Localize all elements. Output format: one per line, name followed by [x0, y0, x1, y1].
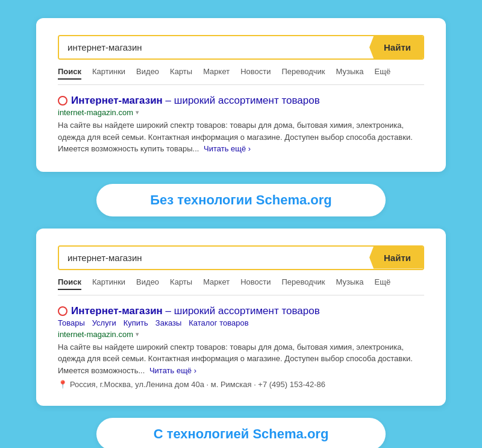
- sitelink-tovary[interactable]: Товары: [58, 318, 85, 327]
- tab-maps-1[interactable]: Карты: [170, 67, 192, 80]
- tab-news-1[interactable]: Новости: [240, 67, 271, 80]
- label-without-schema: Без технологии Schema.org: [96, 184, 386, 216]
- card-without-schema: Найти Поиск Картинки Видео Карты Маркет …: [36, 18, 446, 172]
- card-with-schema: Найти Поиск Картинки Видео Карты Маркет …: [36, 229, 446, 406]
- sitelink-zakazy[interactable]: Заказы: [155, 318, 181, 327]
- tab-translate-1[interactable]: Переводчик: [282, 67, 325, 80]
- result-title-suffix-1: – широкий ассортимент товаров: [163, 95, 320, 106]
- tab-video-1[interactable]: Видео: [136, 67, 159, 80]
- url-arrow-1[interactable]: ▾: [136, 109, 139, 116]
- tab-images-1[interactable]: Картинки: [92, 67, 125, 80]
- tab-images-2[interactable]: Картинки: [92, 277, 125, 290]
- result-desc-2: На сайте вы найдете широкий спектр товар…: [58, 341, 424, 377]
- tab-search-1[interactable]: Поиск: [58, 67, 81, 80]
- result-desc-1: На сайте вы найдете широкий спектр товар…: [58, 119, 424, 155]
- result-title-2[interactable]: Интернет-магазин – широкий ассортимент т…: [71, 305, 320, 317]
- url-arrow-2[interactable]: ▾: [136, 330, 139, 338]
- tab-more-1[interactable]: Ещё: [375, 67, 391, 80]
- tab-maps-2[interactable]: Карты: [170, 277, 192, 290]
- result-url-2[interactable]: internet-magazin.com: [58, 330, 133, 339]
- sitelink-uslugi[interactable]: Услуги: [92, 318, 116, 327]
- result-address-text: Россия, г.Москва, ул.Ленина дом 40а · м.…: [70, 380, 325, 389]
- pin-icon: 📍: [58, 380, 67, 389]
- search-button-2[interactable]: Найти: [369, 247, 423, 269]
- tab-news-2[interactable]: Новости: [240, 277, 271, 290]
- result-title-highlight-2: Интернет-магазин: [71, 305, 163, 317]
- nav-tabs-2: Поиск Картинки Видео Карты Маркет Новост…: [58, 277, 424, 295]
- tab-more-2[interactable]: Ещё: [375, 277, 391, 290]
- result-title-row-2: Интернет-магазин – широкий ассортимент т…: [58, 305, 424, 317]
- tab-video-2[interactable]: Видео: [136, 277, 159, 290]
- result-url-1[interactable]: internet-magazin.com: [58, 108, 133, 117]
- read-more-1[interactable]: Читать ещё ›: [204, 144, 251, 153]
- sitelink-katalog[interactable]: Каталог товаров: [189, 318, 248, 327]
- result-block-2: Интернет-магазин – широкий ассортимент т…: [58, 305, 424, 390]
- tab-search-2[interactable]: Поиск: [58, 277, 81, 290]
- result-title-highlight-1: Интернет-магазин: [71, 95, 163, 106]
- nav-tabs-1: Поиск Картинки Видео Карты Маркет Новост…: [58, 67, 424, 85]
- tab-music-2[interactable]: Музыка: [336, 277, 364, 290]
- result-desc-text-2: На сайте вы найдете широкий спектр товар…: [58, 342, 413, 375]
- label-with-schema: С технологией Schema.org: [96, 418, 386, 448]
- label-without-schema-text: Без технологии Schema.org: [150, 192, 332, 207]
- tab-market-1[interactable]: Маркет: [203, 67, 230, 80]
- search-bar-2: Найти: [58, 245, 424, 270]
- result-title-row-1: Интернет-магазин – широкий ассортимент т…: [58, 95, 424, 107]
- tab-translate-2[interactable]: Переводчик: [282, 277, 325, 290]
- yandex-icon-2: [58, 306, 67, 316]
- search-bar-1: Найти: [58, 35, 424, 60]
- sitelink-kupit[interactable]: Купить: [124, 318, 148, 327]
- tab-music-1[interactable]: Музыка: [336, 67, 364, 80]
- search-button-1[interactable]: Найти: [369, 36, 423, 58]
- sitelinks-row: Товары Услуги Купить Заказы Каталог това…: [58, 318, 424, 327]
- result-address: 📍 Россия, г.Москва, ул.Ленина дом 40а · …: [58, 380, 424, 389]
- result-title-1[interactable]: Интернет-магазин – широкий ассортимент т…: [71, 95, 320, 107]
- search-input-2[interactable]: [59, 247, 369, 269]
- tab-market-2[interactable]: Маркет: [203, 277, 230, 290]
- search-input-1[interactable]: [59, 36, 369, 58]
- result-url-row-2: internet-magazin.com ▾: [58, 330, 424, 339]
- result-url-row-1: internet-magazin.com ▾: [58, 108, 424, 117]
- read-more-2[interactable]: Читать ещё ›: [149, 366, 196, 375]
- result-title-suffix-2: – широкий ассортимент товаров: [163, 305, 320, 317]
- result-block-1: Интернет-магазин – широкий ассортимент т…: [58, 95, 424, 155]
- label-with-schema-text: С технологией Schema.org: [154, 426, 329, 441]
- yandex-icon-1: [58, 96, 67, 106]
